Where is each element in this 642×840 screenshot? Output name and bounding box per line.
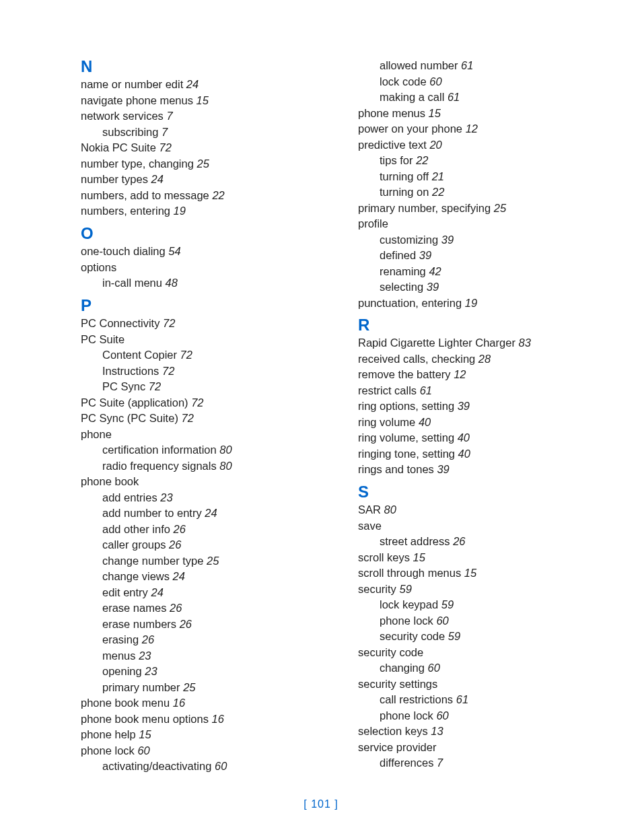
index-entry-label: security code <box>358 646 423 658</box>
index-entry-page: 72 <box>181 412 193 424</box>
index-entry[interactable]: ringing tone, setting 40 <box>358 446 588 462</box>
index-entry[interactable]: save <box>358 518 588 534</box>
index-entry[interactable]: name or number edit 24 <box>81 77 311 93</box>
index-subentry[interactable]: erasing 26 <box>102 632 311 648</box>
index-entry[interactable]: restrict calls 61 <box>358 383 588 399</box>
index-subentry[interactable]: Content Copier 72 <box>102 347 311 363</box>
index-subentry[interactable]: Instructions 72 <box>102 363 311 380</box>
index-entry-label: numbers, add to message <box>81 189 209 201</box>
index-subentry[interactable]: making a call 61 <box>380 90 588 106</box>
index-subentry[interactable]: renaming 42 <box>380 264 588 280</box>
index-entry-label: one-touch dialing <box>81 245 166 257</box>
index-entry[interactable]: one-touch dialing 54 <box>81 244 311 260</box>
index-entry[interactable]: punctuation, entering 19 <box>358 295 588 312</box>
index-entry-page: 26 <box>453 535 465 547</box>
index-entry[interactable]: numbers, entering 19 <box>81 203 311 219</box>
index-subentry[interactable]: call restrictions 61 <box>380 692 588 708</box>
index-entry[interactable]: profile <box>358 216 588 232</box>
index-subentry[interactable]: erase names 26 <box>102 600 311 617</box>
index-subentry[interactable]: add other info 26 <box>102 522 311 538</box>
index-entry-label: numbers, entering <box>81 205 170 217</box>
index-entry[interactable]: ring volume 40 <box>358 415 588 431</box>
index-subentry[interactable]: subscribing 7 <box>102 125 311 141</box>
index-entry[interactable]: service provider <box>358 740 588 756</box>
index-entry[interactable]: phone book <box>81 474 311 490</box>
index-entry[interactable]: phone menus 15 <box>358 106 588 122</box>
index-subentry[interactable]: PC Sync 72 <box>102 379 311 395</box>
index-entry-label: add entries <box>102 491 157 503</box>
index-entry-label: opening <box>102 665 142 677</box>
index-subentry[interactable]: activating/deactivating 60 <box>102 759 311 775</box>
index-entry-page: 60 <box>428 662 440 674</box>
index-entry-label: Content Copier <box>102 349 177 361</box>
index-entry-label: Rapid Cigarette Lighter Charger <box>358 337 515 349</box>
index-subentry[interactable]: caller groups 26 <box>102 537 311 553</box>
index-entry[interactable]: navigate phone menus 15 <box>81 93 311 109</box>
index-entry[interactable]: number types 24 <box>81 172 311 188</box>
index-entry[interactable]: phone book menu 16 <box>81 695 311 711</box>
index-entry[interactable]: numbers, add to message 22 <box>81 188 311 204</box>
index-entry-label: ringing tone, setting <box>358 448 455 460</box>
index-entry[interactable]: phone lock 60 <box>81 743 311 759</box>
index-entry[interactable]: predictive text 20 <box>358 137 588 153</box>
index-subentry[interactable]: add number to entry 24 <box>102 505 311 522</box>
index-entry[interactable]: PC Suite <box>81 332 311 348</box>
index-entry[interactable]: phone help 15 <box>81 727 311 743</box>
index-entry[interactable]: security code <box>358 645 588 661</box>
index-subentry[interactable]: change number type 25 <box>102 553 311 569</box>
index-entry[interactable]: security settings <box>358 676 588 693</box>
index-entry[interactable]: ring volume, setting 40 <box>358 430 588 446</box>
index-subentry[interactable]: turning off 21 <box>380 169 588 185</box>
index-entry[interactable]: scroll keys 15 <box>358 550 588 566</box>
index-subentry[interactable]: phone lock 60 <box>380 708 588 724</box>
index-subentry[interactable]: add entries 23 <box>102 490 311 506</box>
index-subentry[interactable]: phone lock 60 <box>380 613 588 629</box>
index-entry[interactable]: number type, changing 25 <box>81 156 311 172</box>
index-subentry[interactable]: erase numbers 26 <box>102 617 311 633</box>
index-entry[interactable]: ring options, setting 39 <box>358 398 588 415</box>
index-section-letter: O <box>81 225 311 242</box>
index-subentry[interactable]: edit entry 24 <box>102 585 311 601</box>
index-subentry[interactable]: turning on 22 <box>380 184 588 201</box>
index-entry[interactable]: security 59 <box>358 582 588 598</box>
index-entry[interactable]: SAR 80 <box>358 502 588 518</box>
index-entry[interactable]: PC Suite (application) 72 <box>81 395 311 411</box>
index-entry[interactable]: received calls, checking 28 <box>358 351 588 368</box>
index-subentry[interactable]: customizing 39 <box>380 232 588 248</box>
index-subentry[interactable]: street address 26 <box>380 534 588 550</box>
index-entry[interactable]: scroll through menus 15 <box>358 565 588 582</box>
index-subentry[interactable]: lock keypad 59 <box>380 597 588 613</box>
index-entry[interactable]: Nokia PC Suite 72 <box>81 140 311 156</box>
index-subentry[interactable]: allowed number 61 <box>380 58 588 74</box>
index-subentry[interactable]: defined 39 <box>380 248 588 264</box>
index-subentry[interactable]: lock code 60 <box>380 74 588 90</box>
index-entry-page: 19 <box>465 297 477 309</box>
index-subentry[interactable]: in-call menu 48 <box>102 275 311 291</box>
index-entry-label: security <box>358 583 396 595</box>
index-entry[interactable]: rings and tones 39 <box>358 462 588 478</box>
index-subentry[interactable]: selecting 39 <box>380 279 588 295</box>
index-subentry[interactable]: radio frequency signals 80 <box>102 458 311 475</box>
index-entry[interactable]: PC Connectivity 72 <box>81 316 311 332</box>
index-subentry[interactable]: tips for 22 <box>380 153 588 169</box>
index-entry-label: erase names <box>102 602 166 614</box>
index-entry[interactable]: power on your phone 12 <box>358 121 588 137</box>
index-subentry[interactable]: opening 23 <box>102 664 311 680</box>
index-subentry[interactable]: differences 7 <box>380 755 588 771</box>
index-subentry[interactable]: menus 23 <box>102 648 311 664</box>
index-entry[interactable]: remove the battery 12 <box>358 367 588 383</box>
index-entry[interactable]: primary number, specifying 25 <box>358 201 588 217</box>
index-entry[interactable]: selection keys 13 <box>358 724 588 740</box>
index-subentry[interactable]: changing 60 <box>380 660 588 676</box>
index-subentry[interactable]: certification information 80 <box>102 442 311 458</box>
index-entry[interactable]: network services 7 <box>81 108 311 125</box>
index-subentry[interactable]: change views 24 <box>102 569 311 585</box>
index-entry[interactable]: PC Sync (PC Suite) 72 <box>81 411 311 427</box>
index-entry[interactable]: phone book menu options 16 <box>81 711 311 728</box>
index-entry[interactable]: Rapid Cigarette Lighter Charger 83 <box>358 335 588 351</box>
index-subentry[interactable]: security code 59 <box>380 629 588 645</box>
index-subentry[interactable]: primary number 25 <box>102 680 311 696</box>
index-entry[interactable]: phone <box>81 427 311 443</box>
index-entry[interactable]: options <box>81 260 311 276</box>
index-entry-label: SAR <box>358 503 381 516</box>
